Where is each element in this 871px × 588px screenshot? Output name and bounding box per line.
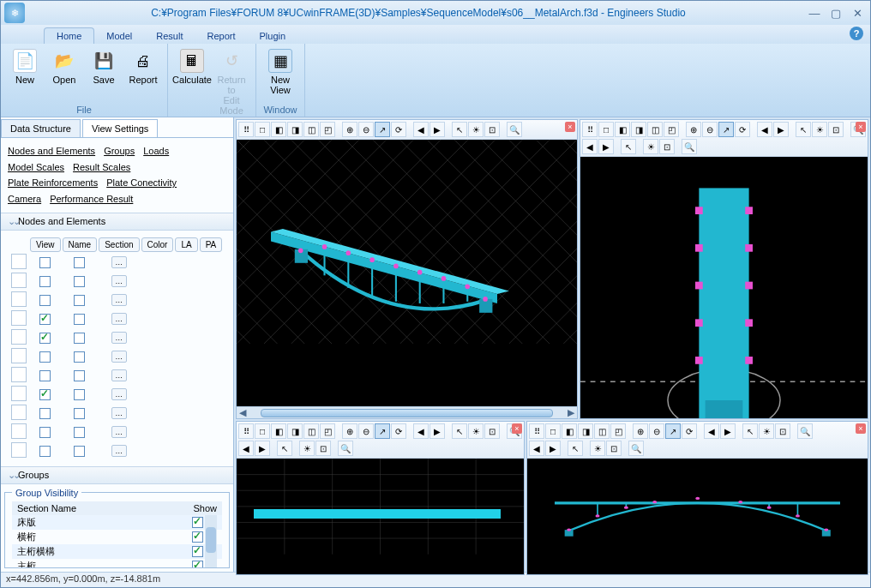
toolbar-button[interactable]: ⊡ — [315, 441, 331, 456]
name-checkbox[interactable] — [74, 408, 85, 419]
name-checkbox[interactable] — [74, 389, 85, 400]
toolbar-button[interactable]: ↗ — [375, 122, 390, 137]
toolbar-button[interactable]: ◀ — [413, 122, 429, 137]
name-checkbox[interactable] — [74, 276, 85, 287]
view-checkbox[interactable] — [39, 446, 51, 457]
toolbar-button[interactable]: ↗ — [375, 423, 390, 439]
tab-plugin[interactable]: Plugin — [248, 28, 298, 44]
name-checkbox[interactable] — [74, 427, 85, 438]
toolbar-button[interactable]: ◰ — [320, 423, 335, 439]
col-color[interactable]: Color — [141, 237, 174, 252]
tab-data-structure[interactable]: Data Structure — [1, 119, 81, 137]
toolbar-button[interactable]: ⠿ — [238, 423, 254, 439]
toolbar-button[interactable]: ◀ — [704, 423, 719, 439]
toolbar-button[interactable]: 🔍 — [797, 423, 813, 439]
viewport-scrollbar-h[interactable]: ◀▶ — [237, 406, 577, 418]
section-button[interactable]: … — [111, 256, 127, 268]
toolbar-button[interactable]: 🔍 — [628, 441, 644, 456]
save-button[interactable]: 💾Save — [87, 47, 121, 103]
name-checkbox[interactable] — [74, 314, 85, 325]
col-name[interactable]: Name — [63, 237, 98, 252]
section-button[interactable]: … — [111, 275, 127, 287]
tab-report[interactable]: Report — [195, 28, 248, 44]
toolbar-button[interactable]: ◀ — [238, 441, 254, 456]
toolbar-button[interactable]: ↖ — [568, 441, 583, 456]
tab-view-settings[interactable]: View Settings — [82, 119, 158, 137]
link-model-scales[interactable]: Model Scales — [8, 162, 64, 172]
tab-result[interactable]: Result — [144, 28, 195, 44]
viewport-close-icon[interactable]: × — [856, 122, 866, 132]
toolbar-button[interactable]: ◨ — [631, 122, 646, 137]
toolbar-button[interactable]: 🔍 — [507, 122, 522, 137]
toolbar-button[interactable]: ◫ — [594, 423, 610, 439]
toolbar-button[interactable]: ▶ — [720, 423, 736, 439]
viewport-canvas[interactable] — [527, 459, 868, 574]
section-button[interactable]: … — [111, 407, 127, 419]
col-la[interactable]: LA — [175, 237, 197, 252]
toolbar-button[interactable]: ↖ — [796, 122, 811, 137]
help-icon[interactable]: ? — [850, 27, 863, 40]
toolbar-button[interactable]: ◧ — [615, 122, 630, 137]
link-result-scales[interactable]: Result Scales — [73, 162, 130, 172]
toolbar-button[interactable]: ↗ — [718, 122, 734, 137]
toolbar-button[interactable]: ↖ — [621, 139, 636, 154]
section-button[interactable]: … — [111, 351, 127, 363]
maximize-button[interactable]: ▢ — [826, 7, 845, 20]
toolbar-button[interactable]: □ — [255, 423, 270, 439]
toolbar-button[interactable]: ◀ — [413, 423, 429, 439]
toolbar-button[interactable]: ▶ — [773, 122, 789, 137]
toolbar-button[interactable]: ◀ — [529, 441, 544, 456]
section-groups[interactable]: Groups — [1, 466, 233, 484]
toolbar-button[interactable]: □ — [545, 423, 561, 439]
name-checkbox[interactable] — [74, 351, 85, 363]
view-checkbox[interactable] — [39, 389, 51, 400]
section-button[interactable]: … — [111, 313, 127, 325]
toolbar-button[interactable]: ↖ — [452, 122, 467, 137]
toolbar-button[interactable]: ◫ — [303, 423, 319, 439]
toolbar-button[interactable]: ◫ — [303, 122, 319, 137]
toolbar-button[interactable]: ⊖ — [358, 423, 374, 439]
toolbar-button[interactable]: ☀ — [299, 441, 315, 456]
toolbar-button[interactable]: ⊡ — [484, 423, 500, 439]
toolbar-button[interactable]: ⊕ — [342, 122, 357, 137]
group-show-checkbox[interactable] — [192, 531, 203, 543]
toolbar-button[interactable]: ⟳ — [682, 423, 697, 439]
minimize-button[interactable]: — — [805, 7, 824, 20]
viewport-close-icon[interactable]: × — [856, 423, 866, 434]
toolbar-button[interactable]: ⊖ — [649, 423, 664, 439]
toolbar-button[interactable]: ⊡ — [775, 423, 790, 439]
tab-model[interactable]: Model — [94, 28, 144, 44]
viewport-canvas[interactable] — [580, 157, 868, 418]
toolbar-button[interactable]: ⊖ — [358, 122, 374, 137]
toolbar-button[interactable]: ↗ — [665, 423, 681, 439]
report-button[interactable]: 🖨Report — [126, 47, 160, 103]
toolbar-button[interactable]: □ — [598, 122, 614, 137]
toolbar-button[interactable]: ◨ — [287, 122, 303, 137]
toolbar-button[interactable]: ⊕ — [686, 122, 701, 137]
link-plate-reinforcements[interactable]: Plate Reinforcements — [8, 177, 98, 188]
section-button[interactable]: … — [111, 388, 127, 400]
toolbar-button[interactable]: ↖ — [742, 423, 758, 439]
toolbar-button[interactable]: ☀ — [468, 423, 484, 439]
group-show-checkbox[interactable] — [192, 546, 203, 557]
toolbar-button[interactable]: ◀ — [757, 122, 772, 137]
section-button[interactable]: … — [111, 332, 127, 344]
toolbar-button[interactable]: ◧ — [562, 423, 577, 439]
link-performance-result[interactable]: Performance Result — [50, 194, 133, 204]
new-button[interactable]: 📄New — [8, 47, 42, 103]
toolbar-button[interactable]: ◨ — [578, 423, 593, 439]
toolbar-button[interactable]: ▶ — [255, 441, 270, 456]
toolbar-button[interactable]: ⊡ — [659, 139, 675, 154]
toolbar-button[interactable]: ◰ — [610, 423, 626, 439]
toolbar-button[interactable]: ◧ — [271, 122, 286, 137]
toolbar-button[interactable]: ⊡ — [828, 122, 844, 137]
toolbar-button[interactable]: □ — [255, 122, 270, 137]
toolbar-button[interactable]: ☀ — [468, 122, 484, 137]
toolbar-button[interactable]: ☀ — [759, 423, 774, 439]
link-groups[interactable]: Groups — [104, 146, 135, 156]
section-button[interactable]: … — [111, 369, 127, 381]
open-button[interactable]: 📂Open — [47, 47, 81, 103]
toolbar-button[interactable]: ◰ — [320, 122, 335, 137]
section-nodes-elements[interactable]: Nodes and Elements — [1, 213, 233, 231]
link-nodes-and-elements[interactable]: Nodes and Elements — [8, 146, 95, 156]
